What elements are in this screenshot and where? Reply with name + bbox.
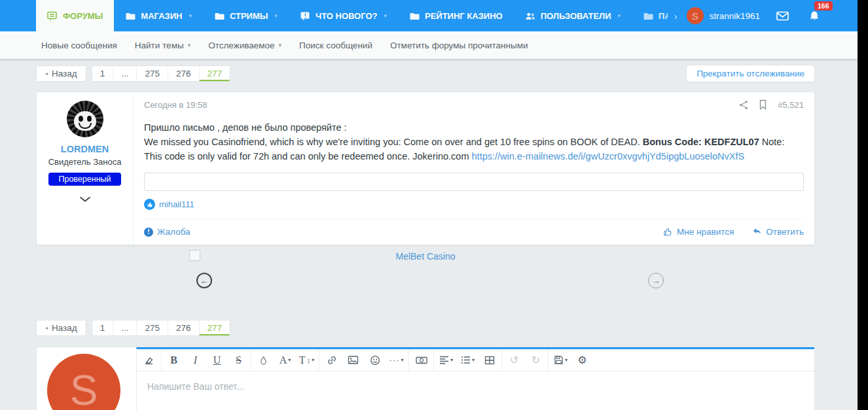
post-card: LORDMEN Свидетель Заноса Проверенный Сег…: [36, 92, 815, 245]
notification-badge: 166: [814, 1, 833, 10]
post-footer: ! Жалоба Мне нравится Ответить: [144, 219, 804, 237]
unfollow-button[interactable]: Прекратить отслеживание: [686, 65, 815, 82]
page-button-current[interactable]: 277: [199, 66, 230, 81]
insert-image-button[interactable]: [342, 349, 364, 371]
undo-button[interactable]: ↺: [503, 349, 525, 371]
tab-streams[interactable]: СТРИМЫ ▾: [203, 0, 289, 31]
editor-settings-button[interactable]: ⚙: [571, 349, 593, 371]
user-menu[interactable]: S strannik1961 166: [687, 0, 820, 31]
next-arrow-icon[interactable]: →: [648, 273, 664, 288]
strikethrough-button[interactable]: S: [228, 349, 249, 371]
font-size-button[interactable]: T↕▾: [296, 349, 317, 371]
post-date[interactable]: Сегодня в 19:58: [144, 100, 207, 110]
insert-smiley-button[interactable]: [364, 349, 386, 371]
folder-icon: [409, 11, 420, 21]
underline-button[interactable]: U: [206, 349, 228, 371]
melbet-link[interactable]: MelBet Casino: [36, 251, 815, 262]
back-arrow-icon: ◂: [45, 325, 48, 331]
quote-box[interactable]: [144, 173, 804, 191]
tab-label: МАГАЗИН: [141, 11, 182, 21]
subnav-find-threads[interactable]: Найти темы▾: [135, 41, 190, 50]
italic-button[interactable]: I: [185, 349, 206, 371]
chevron-down-icon: ▾: [618, 12, 621, 19]
tab-forums[interactable]: ФОРУМЫ: [36, 0, 114, 31]
author-name[interactable]: LORDMEN: [61, 144, 109, 154]
page-button-1[interactable]: 1: [92, 66, 113, 81]
tab-casino-rating[interactable]: РЕЙТИНГ КАЗИНО: [398, 0, 514, 31]
breadcrumb-chevron-icon: ›: [668, 0, 687, 31]
subnav-mark-read[interactable]: Отметить форумы прочитанными: [390, 41, 528, 50]
post-main: Сегодня в 19:58 #5,521 Пришло письмо , д…: [134, 92, 814, 245]
text-color-button[interactable]: [253, 349, 274, 371]
author-avatar[interactable]: [67, 101, 103, 137]
post-number[interactable]: #5,521: [778, 100, 804, 110]
page-button-275[interactable]: 275: [136, 66, 168, 81]
tab-whats-new[interactable]: ЧТО НОВОГО? ▾: [289, 0, 398, 31]
like-button[interactable]: Мне нравится: [663, 227, 734, 237]
page-button-276[interactable]: 276: [168, 320, 199, 335]
reply-icon: [752, 228, 762, 236]
tab-label: РЕЙТИНГ КАЗИНО: [425, 11, 503, 21]
list-button[interactable]: ▾: [457, 349, 479, 371]
post-link[interactable]: https://win.e-mailnews.de/i/gwUzcr0xvgvh…: [472, 151, 745, 162]
page-button-1[interactable]: 1: [92, 320, 113, 335]
tab-partners[interactable]: ПА: [632, 0, 668, 31]
size-arrows-icon: ↕: [307, 356, 311, 364]
reply-button[interactable]: Ответить: [752, 227, 804, 237]
page-ellipsis[interactable]: ...: [113, 66, 136, 81]
chevron-down-icon: ▾: [188, 42, 191, 48]
avatar-face: [74, 111, 96, 131]
back-button[interactable]: ◂Назад: [36, 320, 86, 336]
reply-card: S B I U S A▾ T↕▾: [36, 347, 815, 410]
users-icon: [525, 11, 536, 21]
subnav-new-posts[interactable]: Новые сообщения: [41, 41, 117, 50]
notifications-bell-icon[interactable]: 166: [809, 10, 820, 22]
share-icon[interactable]: [739, 100, 748, 110]
bold-button[interactable]: B: [163, 349, 185, 371]
post-line-2: We missed you Casinofriend, which is why…: [144, 135, 804, 164]
list-icon: [461, 356, 471, 364]
eraser-icon: [143, 355, 154, 365]
expand-chevron-icon[interactable]: [79, 196, 91, 202]
post-header: Сегодня в 19:58 #5,521: [144, 99, 804, 110]
pagination-top: ◂Назад 1 ... 275 276 277 Прекратить отсл…: [36, 65, 815, 82]
more-options-button[interactable]: ···▾: [386, 349, 407, 371]
whats-new-icon: [300, 11, 311, 21]
insert-money-button[interactable]: [410, 349, 432, 371]
username: strannik1961: [710, 11, 760, 21]
insert-link-button[interactable]: [321, 349, 342, 371]
thumbs-up-icon: [144, 199, 155, 210]
page-button-276[interactable]: 276: [168, 66, 199, 81]
gear-icon: ⚙: [577, 354, 587, 366]
top-navigation: ФОРУМЫ МАГАЗИН ▾ СТРИМЫ ▾ ЧТО НОВОГО? ▾ …: [0, 0, 858, 31]
reply-editor: B I U S A▾ T↕▾ ···▾: [136, 347, 814, 410]
page-buttons: 1 ... 275 276 277: [92, 320, 230, 336]
report-link[interactable]: ! Жалоба: [144, 227, 190, 237]
undo-icon: ↺: [510, 354, 518, 366]
prev-arrow-icon[interactable]: ←: [196, 273, 212, 288]
bonus-code: Bonus Code: KEDFZUL07: [643, 137, 759, 147]
post-body: Пришло письмо , депов не было проверяйте…: [144, 121, 804, 163]
back-button[interactable]: ◂Назад: [36, 65, 86, 82]
page-ellipsis[interactable]: ...: [113, 320, 136, 335]
insert-table-button[interactable]: [479, 349, 500, 371]
remove-format-button[interactable]: [138, 349, 160, 371]
redo-button[interactable]: ↻: [525, 349, 547, 371]
subnav-watched[interactable]: Отслеживаемое▾: [208, 41, 281, 50]
liked-by-user[interactable]: mihail111: [159, 199, 194, 209]
tab-shop[interactable]: МАГАЗИН ▾: [114, 0, 203, 31]
avatar[interactable]: S: [687, 7, 704, 24]
tab-label: ФОРУМЫ: [63, 11, 103, 21]
drafts-button[interactable]: ▾: [550, 349, 571, 371]
subnav-search-posts[interactable]: Поиск сообщений: [299, 41, 372, 50]
alignment-button[interactable]: ▾: [435, 349, 457, 371]
post-author-column: LORDMEN Свидетель Заноса Проверенный: [37, 92, 134, 245]
page-button-275[interactable]: 275: [136, 320, 168, 335]
tab-users[interactable]: ПОЛЬЗОВАТЕЛИ ▾: [514, 0, 632, 31]
page-button-current[interactable]: 277: [199, 320, 230, 335]
bookmark-icon[interactable]: [759, 99, 767, 110]
font-family-button[interactable]: A▾: [274, 349, 296, 371]
reply-input[interactable]: Напишите Ваш ответ...: [137, 371, 814, 401]
folder-icon: [643, 11, 654, 21]
mail-icon[interactable]: [776, 11, 789, 21]
